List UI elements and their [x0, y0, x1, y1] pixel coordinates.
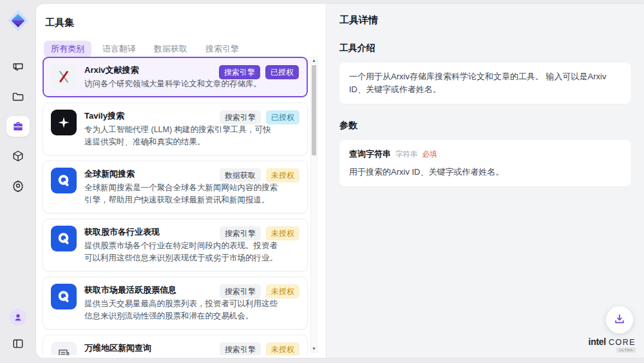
parameter-name: 查询字符串 — [349, 148, 391, 161]
rail-item-gear[interactable] — [6, 175, 30, 196]
intel-core-logo: intel CORE ULTRA — [589, 337, 636, 353]
toolbox-icon — [12, 120, 24, 133]
q-logo-icon — [51, 284, 77, 309]
q-logo-icon — [51, 168, 77, 193]
parameter-type: 字符串 — [395, 148, 418, 161]
rail-item-toolbox[interactable] — [6, 116, 30, 137]
cube-icon — [12, 150, 24, 162]
category-badge: 数据获取 — [220, 168, 261, 182]
tool-detail-panel: 工具详情 工具介绍 一个用于从Arxiv存储库搜索科学论文和文章的工具。 输入可… — [327, 4, 644, 358]
tool-description: 提供当天交易量最高的股票列表，投资者可以利用这些信息来识别流动性强的股票和潜在的… — [84, 298, 279, 322]
page-title: 工具集 — [45, 17, 326, 29]
category-badge: 搜索引擎 — [220, 226, 261, 240]
tool-card[interactable]: 万维地区新闻查询查询具体行政区划内的新闻，快速了解各地新闻动搜索引擎未授权 — [43, 335, 308, 355]
intro-heading: 工具介绍 — [339, 43, 631, 54]
intel-tier-badge: ULTRA — [616, 348, 636, 353]
tool-list-panel: 工具集 所有类别语言翻译数据获取搜索引擎 Arxiv文献搜索访问各个研究领域大量… — [36, 4, 327, 358]
parameter-header: 查询字符串 字符串 必填 — [349, 148, 621, 161]
newspaper-icon — [51, 342, 77, 355]
tab-3[interactable]: 搜索引擎 — [198, 41, 246, 57]
chat-icon — [12, 61, 24, 74]
parameter-box: 查询字符串 字符串 必填 用于搜索的Arxiv ID、关键字或作者姓名。 — [339, 140, 631, 186]
rail-nav — [6, 57, 30, 196]
auth-status-badge: 未授权 — [266, 342, 299, 355]
category-badge: 搜索引擎 — [220, 284, 261, 299]
category-badge: 搜索引擎 — [220, 110, 261, 124]
detail-title: 工具详情 — [339, 14, 631, 26]
panel-toggle-icon — [12, 337, 24, 350]
user-avatar-button[interactable] — [10, 309, 26, 326]
folder-icon — [12, 90, 24, 103]
download-icon — [613, 313, 626, 328]
intro-text-box: 一个用于从Arxiv存储库搜索科学论文和文章的工具。 输入可以是Arxiv ID… — [339, 63, 631, 104]
tool-card[interactable]: 全球新闻搜索全球新闻搜索是一个聚合全球各大新闻网站内容的搜索引擎，帮助用户快速获… — [43, 161, 308, 213]
panel-toggle-button[interactable] — [6, 333, 30, 354]
auth-status-badge: 未授权 — [266, 168, 299, 182]
rail-item-chat[interactable] — [6, 57, 30, 77]
auth-status-badge: 已授权 — [266, 110, 299, 124]
tool-description: 提供股票市场各个行业在特定时间段内的表现。投资者可以利用这些信息来识别表现优于或… — [84, 240, 279, 264]
scrollbar-track[interactable] — [311, 64, 317, 346]
intel-product-text: CORE — [609, 338, 636, 347]
q-logo-icon — [51, 226, 77, 251]
intel-brand-text: intel — [589, 337, 606, 346]
auth-status-badge: 未授权 — [266, 284, 299, 299]
rail-item-cube[interactable] — [6, 146, 30, 166]
tool-list: Arxiv文献搜索访问各个研究领域大量科学论文和文章的存储库。搜索引擎已授权Ta… — [43, 57, 308, 355]
tool-card[interactable]: Arxiv文献搜索访问各个研究领域大量科学论文和文章的存储库。搜索引擎已授权 — [43, 57, 308, 97]
list-scrollbar[interactable]: ▲ ▼ — [310, 57, 317, 353]
scrollbar-thumb[interactable] — [312, 65, 316, 155]
auth-status-badge: 已授权 — [265, 65, 299, 79]
tool-description: 访问各个研究领域大量科学论文和文章的存储库。 — [84, 78, 279, 90]
main-window: 工具集 所有类别语言翻译数据获取搜索引擎 Arxiv文献搜索访问各个研究领域大量… — [36, 4, 644, 358]
tab-all-categories[interactable]: 所有类别 — [44, 41, 91, 57]
tool-description: 全球新闻搜索是一个聚合全球各大新闻网站内容的搜索引擎，帮助用户快速获取全球最新资… — [84, 182, 279, 206]
app-logo-icon — [5, 8, 31, 34]
category-badge: 搜索引擎 — [220, 342, 261, 355]
parameter-required-flag: 必填 — [422, 148, 437, 161]
rail-item-folder[interactable] — [6, 86, 30, 107]
tool-card[interactable]: 获取市场最活跃股票信息提供当天交易量最高的股票列表，投资者可以利用这些信息来识别… — [43, 277, 308, 329]
download-button[interactable] — [606, 306, 633, 333]
parameter-description: 用于搜索的Arxiv ID、关键字或作者姓名。 — [349, 166, 621, 179]
gear-icon — [12, 179, 24, 192]
auth-status-badge: 未授权 — [266, 226, 299, 240]
app-root: 工具集 所有类别语言翻译数据获取搜索引擎 Arxiv文献搜索访问各个研究领域大量… — [0, 0, 644, 363]
rail-bottom — [6, 309, 30, 354]
scrollbar-down-arrow-icon[interactable]: ▼ — [312, 346, 316, 352]
tab-2[interactable]: 数据获取 — [147, 41, 194, 57]
tool-card[interactable]: Tavily搜索专为人工智能代理 (LLM) 构建的搜索引擎工具，可快速提供实时… — [43, 103, 308, 155]
category-badge: 搜索引擎 — [219, 65, 260, 79]
scrollbar-up-arrow-icon[interactable]: ▲ — [312, 57, 316, 64]
arxiv-icon — [51, 64, 77, 90]
left-rail — [0, 0, 36, 363]
category-tabs: 所有类别语言翻译数据获取搜索引擎 — [44, 41, 326, 57]
tab-1[interactable]: 语言翻译 — [95, 41, 143, 57]
params-heading: 参数 — [339, 120, 631, 132]
tool-description: 专为人工智能代理 (LLM) 构建的搜索引擎工具，可快速提供实时、准确和真实的结… — [84, 124, 279, 148]
tool-card[interactable]: 获取股市各行业表现提供股票市场各个行业在特定时间段内的表现。投资者可以利用这些信… — [43, 219, 308, 271]
user-avatar-icon — [13, 312, 23, 322]
sparkle-icon — [51, 110, 77, 135]
